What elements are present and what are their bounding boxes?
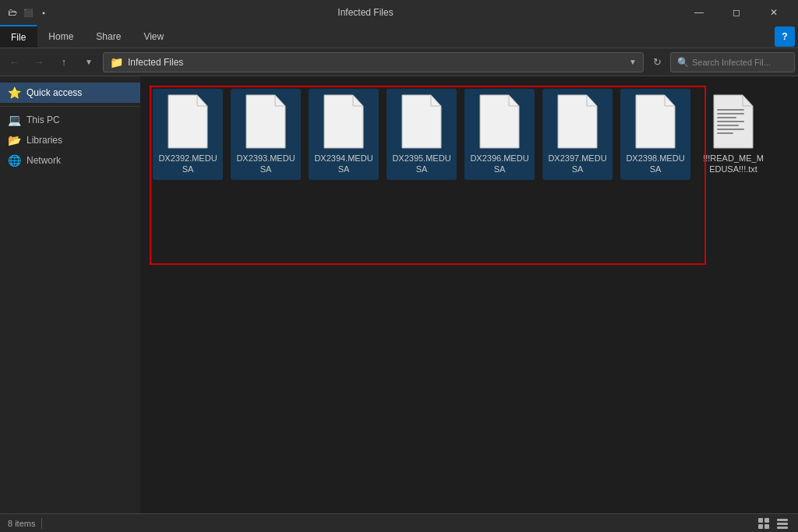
- app-icon-3: ▪: [37, 6, 50, 19]
- sidebar-item-quick-access[interactable]: ⭐ Quick access: [0, 83, 140, 103]
- files-container: DX2392.MEDUSA DX2393.MEDUSA DX2394.MEDUS…: [153, 89, 786, 180]
- file-label: DX2395.MEDUSA: [391, 153, 452, 175]
- item-count: 8 items: [8, 519, 35, 528]
- minimize-button[interactable]: —: [681, 0, 717, 25]
- libraries-icon: 📂: [8, 134, 20, 146]
- file-icon-txt: [710, 93, 757, 150]
- up-button[interactable]: ↑: [53, 51, 75, 73]
- window-title: Infected Files: [55, 7, 676, 18]
- file-label: DX2398.MEDUSA: [625, 153, 686, 175]
- address-box[interactable]: 📁 Infected Files ▼: [103, 52, 644, 72]
- main-area: ⭐ Quick access 💻 This PC 📂 Libraries 🌐 N…: [0, 76, 798, 513]
- file-icon: [242, 93, 289, 150]
- status-bar: 8 items: [0, 513, 798, 532]
- file-icon: [476, 93, 523, 150]
- address-folder-icon: 📁: [110, 56, 123, 69]
- svg-rect-4: [777, 519, 788, 521]
- file-item[interactable]: DX2395.MEDUSA: [387, 89, 457, 180]
- svg-rect-0: [758, 518, 763, 523]
- app-icon-1: 🗁: [6, 6, 19, 19]
- this-pc-label: This PC: [26, 115, 60, 125]
- file-label: DX2394.MEDUSA: [313, 153, 374, 175]
- app-icon-2: ⬛: [22, 6, 34, 19]
- this-pc-icon: 💻: [8, 114, 20, 126]
- file-label: DX2397.MEDUSA: [547, 153, 608, 175]
- sidebar-divider-1: [0, 106, 140, 107]
- svg-rect-1: [764, 518, 769, 523]
- tab-share[interactable]: Share: [85, 25, 132, 48]
- view-icon-large[interactable]: [756, 516, 772, 531]
- address-text: Infected Files: [128, 57, 183, 68]
- file-item[interactable]: DX2393.MEDUSA: [231, 89, 301, 180]
- quick-access-label: Quick access: [26, 87, 82, 98]
- file-item[interactable]: DX2394.MEDUSA: [309, 89, 379, 180]
- sidebar: ⭐ Quick access 💻 This PC 📂 Libraries 🌐 N…: [0, 76, 140, 513]
- title-bar: 🗁 ⬛ ▪ Infected Files — ◻ ✕: [0, 0, 798, 25]
- search-placeholder: Search Infected Fil...: [692, 58, 771, 67]
- forward-button[interactable]: →: [28, 51, 50, 73]
- maximize-button[interactable]: ◻: [719, 0, 754, 25]
- file-item[interactable]: DX2396.MEDUSA: [464, 89, 535, 180]
- file-icon: [320, 93, 367, 150]
- svg-rect-6: [777, 527, 788, 529]
- tab-home[interactable]: Home: [37, 25, 85, 48]
- view-icon-list[interactable]: [775, 516, 790, 531]
- file-label: DX2393.MEDUSA: [235, 153, 296, 175]
- status-divider: [41, 518, 42, 529]
- ribbon: File Home Share View ?: [0, 25, 798, 48]
- libraries-label: Libraries: [26, 135, 62, 146]
- window-controls[interactable]: — ◻ ✕: [681, 0, 792, 25]
- address-bar-row: ← → ↑ ▼ 📁 Infected Files ▼ ↻ 🔍 Search In…: [0, 48, 798, 76]
- file-icon: [632, 93, 679, 150]
- address-dropdown-arrow[interactable]: ▼: [629, 58, 637, 66]
- file-item[interactable]: DX2398.MEDUSA: [620, 89, 690, 180]
- file-item[interactable]: DX2392.MEDUSA: [153, 89, 223, 180]
- file-icon: [398, 93, 445, 150]
- back-button[interactable]: ←: [3, 51, 25, 73]
- tab-view[interactable]: View: [132, 25, 175, 48]
- recent-locations-button[interactable]: ▼: [78, 51, 100, 73]
- refresh-button[interactable]: ↻: [647, 52, 667, 72]
- sidebar-item-this-pc[interactable]: 💻 This PC: [0, 110, 140, 130]
- file-label: DX2396.MEDUSA: [469, 153, 530, 175]
- svg-rect-3: [764, 524, 769, 529]
- sidebar-item-libraries[interactable]: 📂 Libraries: [0, 130, 140, 150]
- view-icons: [756, 516, 790, 531]
- search-icon: 🔍: [677, 57, 689, 68]
- quick-access-icon: ⭐: [8, 86, 20, 99]
- file-icon: [554, 93, 601, 150]
- sidebar-item-network[interactable]: 🌐 Network: [0, 150, 140, 171]
- svg-rect-2: [758, 524, 763, 529]
- svg-rect-5: [777, 523, 788, 525]
- ribbon-tabs: File Home Share View ?: [0, 25, 798, 48]
- file-label: !!!READ_ME_MEDUSA!!!.txt: [703, 153, 764, 175]
- network-icon: 🌐: [8, 154, 20, 167]
- file-item[interactable]: !!!READ_ME_MEDUSA!!!.txt: [698, 89, 768, 180]
- tab-file[interactable]: File: [0, 25, 37, 48]
- close-button[interactable]: ✕: [756, 0, 792, 25]
- title-bar-app-icons: 🗁 ⬛ ▪: [6, 6, 50, 19]
- help-button[interactable]: ?: [775, 26, 795, 47]
- file-label: DX2392.MEDUSA: [157, 153, 218, 175]
- content-area: DX2392.MEDUSA DX2393.MEDUSA DX2394.MEDUS…: [140, 76, 798, 513]
- file-icon: [164, 93, 211, 150]
- network-label: Network: [26, 155, 61, 166]
- search-box[interactable]: 🔍 Search Infected Fil...: [670, 52, 795, 72]
- file-item[interactable]: DX2397.MEDUSA: [542, 89, 613, 180]
